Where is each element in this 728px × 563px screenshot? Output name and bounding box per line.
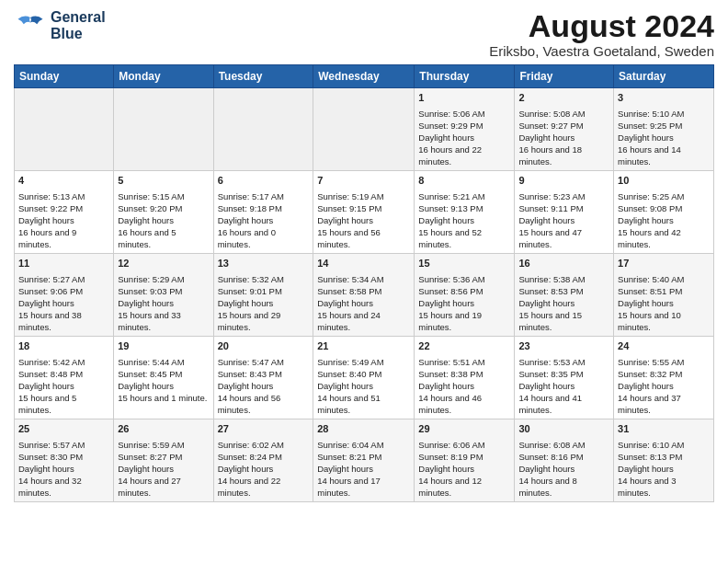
day-content: Sunrise: 5:47 AMSunset: 8:43 PMDaylight … (218, 356, 310, 417)
calendar-cell: 27Sunrise: 6:02 AMSunset: 8:24 PMDayligh… (213, 419, 313, 502)
calendar-cell: 13Sunrise: 5:32 AMSunset: 9:01 PMDayligh… (213, 254, 313, 337)
calendar-cell: 7Sunrise: 5:19 AMSunset: 9:15 PMDaylight… (313, 171, 415, 254)
day-number: 10 (618, 174, 710, 188)
calendar-title: August 2024 (489, 9, 714, 43)
calendar-body: 1Sunrise: 5:06 AMSunset: 9:29 PMDaylight… (15, 88, 714, 502)
calendar-cell: 10Sunrise: 5:25 AMSunset: 9:08 PMDayligh… (614, 171, 714, 254)
day-number: 30 (518, 422, 609, 436)
day-number: 11 (18, 257, 109, 270)
day-content: Sunrise: 6:02 AMSunset: 8:24 PMDaylight … (218, 439, 310, 500)
day-content: Sunrise: 6:10 AMSunset: 8:13 PMDaylight … (618, 439, 710, 500)
day-content: Sunrise: 5:23 AMSunset: 9:11 PMDaylight … (518, 190, 609, 251)
day-number: 29 (418, 422, 510, 436)
day-number: 6 (218, 174, 310, 188)
day-number: 1 (418, 91, 510, 105)
day-number: 12 (118, 257, 209, 270)
day-number: 28 (317, 422, 410, 436)
page-container: General Blue August 2024 Eriksbo, Vaestr… (0, 0, 728, 511)
day-number: 7 (317, 174, 410, 188)
calendar-cell: 23Sunrise: 5:53 AMSunset: 8:35 PMDayligh… (515, 337, 614, 419)
col-sunday: Sunday (15, 65, 114, 88)
calendar-table: Sunday Monday Tuesday Wednesday Thursday… (14, 64, 714, 502)
calendar-cell: 18Sunrise: 5:42 AMSunset: 8:48 PMDayligh… (15, 337, 114, 419)
day-content: Sunrise: 5:44 AMSunset: 8:45 PMDaylight … (118, 356, 209, 404)
calendar-cell: 31Sunrise: 6:10 AMSunset: 8:13 PMDayligh… (614, 419, 714, 502)
day-content: Sunrise: 5:42 AMSunset: 8:48 PMDaylight … (18, 356, 109, 417)
calendar-cell: 8Sunrise: 5:21 AMSunset: 9:13 PMDaylight… (415, 171, 515, 254)
day-number: 4 (18, 174, 109, 188)
day-number: 15 (418, 257, 510, 270)
logo-line1: General (51, 9, 106, 26)
day-number: 13 (218, 257, 310, 270)
col-wednesday: Wednesday (313, 65, 415, 88)
svg-rect-0 (14, 9, 47, 42)
day-content: Sunrise: 5:10 AMSunset: 9:25 PMDaylight … (618, 108, 710, 168)
day-content: Sunrise: 5:21 AMSunset: 9:13 PMDaylight … (418, 190, 510, 251)
calendar-cell (313, 88, 415, 171)
day-content: Sunrise: 5:49 AMSunset: 8:40 PMDaylight … (317, 356, 410, 417)
day-number: 5 (118, 174, 209, 188)
calendar-cell: 28Sunrise: 6:04 AMSunset: 8:21 PMDayligh… (313, 419, 415, 502)
calendar-cell: 2Sunrise: 5:08 AMSunset: 9:27 PMDaylight… (515, 88, 614, 171)
calendar-cell: 19Sunrise: 5:44 AMSunset: 8:45 PMDayligh… (114, 337, 213, 419)
day-content: Sunrise: 5:32 AMSunset: 9:01 PMDaylight … (218, 273, 310, 334)
col-monday: Monday (114, 65, 213, 88)
day-number: 31 (618, 422, 710, 436)
logo-text: General Blue (51, 9, 106, 41)
day-number: 18 (18, 339, 109, 353)
day-number: 14 (317, 257, 410, 270)
col-tuesday: Tuesday (213, 65, 313, 88)
calendar-week-1: 1Sunrise: 5:06 AMSunset: 9:29 PMDaylight… (15, 88, 714, 171)
calendar-cell: 15Sunrise: 5:36 AMSunset: 8:56 PMDayligh… (415, 254, 515, 337)
calendar-cell: 3Sunrise: 5:10 AMSunset: 9:25 PMDaylight… (614, 88, 714, 171)
day-content: Sunrise: 5:59 AMSunset: 8:27 PMDaylight … (118, 439, 209, 500)
calendar-header: Sunday Monday Tuesday Wednesday Thursday… (15, 65, 714, 88)
day-content: Sunrise: 5:27 AMSunset: 9:06 PMDaylight … (18, 273, 109, 334)
calendar-week-2: 4Sunrise: 5:13 AMSunset: 9:22 PMDaylight… (15, 171, 714, 254)
day-number: 26 (118, 422, 209, 436)
day-number: 3 (618, 91, 710, 105)
header: General Blue August 2024 Eriksbo, Vaestr… (14, 9, 714, 59)
calendar-cell: 24Sunrise: 5:55 AMSunset: 8:32 PMDayligh… (614, 337, 714, 419)
day-content: Sunrise: 5:15 AMSunset: 9:20 PMDaylight … (118, 190, 209, 251)
day-content: Sunrise: 5:34 AMSunset: 8:58 PMDaylight … (317, 273, 410, 334)
logo: General Blue (14, 9, 106, 42)
day-content: Sunrise: 5:38 AMSunset: 8:53 PMDaylight … (518, 273, 609, 334)
calendar-cell: 29Sunrise: 6:06 AMSunset: 8:19 PMDayligh… (415, 419, 515, 502)
day-number: 20 (218, 339, 310, 353)
day-content: Sunrise: 6:06 AMSunset: 8:19 PMDaylight … (418, 439, 510, 500)
day-content: Sunrise: 5:40 AMSunset: 8:51 PMDaylight … (618, 273, 710, 334)
calendar-cell: 11Sunrise: 5:27 AMSunset: 9:06 PMDayligh… (15, 254, 114, 337)
day-number: 2 (518, 91, 609, 105)
day-number: 22 (418, 339, 510, 353)
day-content: Sunrise: 6:04 AMSunset: 8:21 PMDaylight … (317, 439, 410, 500)
calendar-cell: 6Sunrise: 5:17 AMSunset: 9:18 PMDaylight… (213, 171, 313, 254)
calendar-cell: 20Sunrise: 5:47 AMSunset: 8:43 PMDayligh… (213, 337, 313, 419)
calendar-subtitle: Eriksbo, Vaestra Goetaland, Sweden (489, 43, 714, 59)
day-content: Sunrise: 5:55 AMSunset: 8:32 PMDaylight … (618, 356, 710, 417)
title-block: August 2024 Eriksbo, Vaestra Goetaland, … (489, 9, 714, 59)
calendar-cell: 4Sunrise: 5:13 AMSunset: 9:22 PMDaylight… (15, 171, 114, 254)
day-content: Sunrise: 5:19 AMSunset: 9:15 PMDaylight … (317, 190, 410, 251)
day-number: 16 (518, 257, 609, 270)
logo-line2: Blue (51, 26, 106, 42)
calendar-cell: 25Sunrise: 5:57 AMSunset: 8:30 PMDayligh… (15, 419, 114, 502)
day-number: 8 (418, 174, 510, 188)
calendar-cell: 16Sunrise: 5:38 AMSunset: 8:53 PMDayligh… (515, 254, 614, 337)
col-saturday: Saturday (614, 65, 714, 88)
calendar-week-3: 11Sunrise: 5:27 AMSunset: 9:06 PMDayligh… (15, 254, 714, 337)
day-number: 24 (618, 339, 710, 353)
calendar-cell: 22Sunrise: 5:51 AMSunset: 8:38 PMDayligh… (415, 337, 515, 419)
day-number: 23 (518, 339, 609, 353)
calendar-cell: 1Sunrise: 5:06 AMSunset: 9:29 PMDaylight… (415, 88, 515, 171)
calendar-cell: 12Sunrise: 5:29 AMSunset: 9:03 PMDayligh… (114, 254, 213, 337)
day-number: 27 (218, 422, 310, 436)
day-number: 25 (18, 422, 109, 436)
day-number: 21 (317, 339, 410, 353)
day-content: Sunrise: 5:13 AMSunset: 9:22 PMDaylight … (18, 190, 109, 251)
calendar-cell: 9Sunrise: 5:23 AMSunset: 9:11 PMDaylight… (515, 171, 614, 254)
calendar-cell (213, 88, 313, 171)
calendar-cell: 21Sunrise: 5:49 AMSunset: 8:40 PMDayligh… (313, 337, 415, 419)
day-content: Sunrise: 5:08 AMSunset: 9:27 PMDaylight … (518, 108, 609, 168)
day-content: Sunrise: 5:53 AMSunset: 8:35 PMDaylight … (518, 356, 609, 417)
